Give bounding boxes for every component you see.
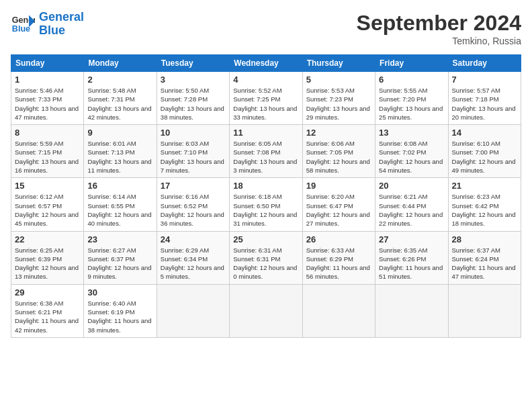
- cell-content: Sunrise: 6:35 AM Sunset: 6:26 PM Dayligh…: [379, 246, 444, 281]
- sunrise-text: Sunrise: 6:20 AM: [306, 193, 355, 200]
- calendar-cell: 10 Sunrise: 6:03 AM Sunset: 7:10 PM Dayl…: [157, 125, 229, 178]
- day-number: 25: [233, 234, 298, 244]
- day-number: 18: [233, 181, 298, 191]
- calendar-cell: 27 Sunrise: 6:35 AM Sunset: 6:26 PM Dayl…: [375, 231, 448, 284]
- daylight-text: Daylight: 13 hours and 16 minutes.: [15, 158, 79, 174]
- daylight-text: Daylight: 13 hours and 47 minutes.: [15, 105, 79, 121]
- sunrise-text: Sunrise: 6:27 AM: [87, 246, 136, 254]
- cell-content: Sunrise: 6:38 AM Sunset: 6:21 PM Dayligh…: [15, 299, 80, 334]
- calendar-cell: 29 Sunrise: 6:38 AM Sunset: 6:21 PM Dayl…: [11, 284, 84, 337]
- day-number: 11: [233, 128, 298, 138]
- cell-content: Sunrise: 6:31 AM Sunset: 6:31 PM Dayligh…: [233, 246, 298, 281]
- cell-content: Sunrise: 5:50 AM Sunset: 7:28 PM Dayligh…: [161, 86, 226, 122]
- cell-content: Sunrise: 5:52 AM Sunset: 7:25 PM Dayligh…: [233, 86, 298, 122]
- cell-content: Sunrise: 6:05 AM Sunset: 7:08 PM Dayligh…: [233, 139, 298, 175]
- cell-content: Sunrise: 5:48 AM Sunset: 7:31 PM Dayligh…: [87, 86, 152, 122]
- sunrise-text: Sunrise: 6:05 AM: [233, 140, 281, 147]
- calendar-cell: 16 Sunrise: 6:14 AM Sunset: 6:55 PM Dayl…: [84, 178, 157, 231]
- sunset-text: Sunset: 6:47 PM: [306, 202, 353, 210]
- day-number: 29: [15, 287, 80, 298]
- day-number: 15: [15, 181, 80, 191]
- sunset-text: Sunset: 7:10 PM: [161, 148, 208, 156]
- calendar-weekday-header: Sunday: [11, 55, 84, 72]
- daylight-text: Daylight: 13 hours and 7 minutes.: [161, 158, 224, 174]
- sunrise-text: Sunrise: 6:31 AM: [233, 246, 281, 254]
- cell-content: Sunrise: 6:01 AM Sunset: 7:13 PM Dayligh…: [87, 139, 152, 175]
- calendar-cell: 28 Sunrise: 6:37 AM Sunset: 6:24 PM Dayl…: [448, 231, 521, 284]
- daylight-text: Daylight: 12 hours and 49 minutes.: [452, 158, 516, 174]
- sunset-text: Sunset: 7:28 PM: [161, 95, 208, 103]
- sunset-text: Sunset: 6:29 PM: [306, 255, 353, 263]
- sunrise-text: Sunrise: 5:53 AM: [306, 87, 355, 94]
- month-title: September 2024: [357, 11, 521, 36]
- day-number: 26: [306, 234, 371, 244]
- cell-content: Sunrise: 5:59 AM Sunset: 7:15 PM Dayligh…: [15, 139, 80, 175]
- sunset-text: Sunset: 7:02 PM: [379, 148, 426, 156]
- calendar-cell: 30 Sunrise: 6:40 AM Sunset: 6:19 PM Dayl…: [84, 284, 157, 337]
- day-number: 13: [379, 128, 444, 138]
- sunrise-text: Sunrise: 6:10 AM: [452, 140, 500, 147]
- daylight-text: Daylight: 12 hours and 0 minutes.: [233, 264, 297, 280]
- cell-content: Sunrise: 6:33 AM Sunset: 6:29 PM Dayligh…: [306, 246, 371, 281]
- cell-content: Sunrise: 5:46 AM Sunset: 7:33 PM Dayligh…: [15, 86, 80, 122]
- sunset-text: Sunset: 7:31 PM: [87, 95, 134, 103]
- sunset-text: Sunset: 6:31 PM: [233, 255, 280, 263]
- cell-content: Sunrise: 6:14 AM Sunset: 6:55 PM Dayligh…: [87, 192, 152, 228]
- logo: General Blue GeneralBlue: [11, 11, 84, 38]
- calendar-cell: [448, 284, 521, 337]
- day-number: 24: [161, 234, 226, 244]
- calendar-cell: [375, 284, 448, 337]
- day-number: 8: [15, 128, 80, 138]
- sunset-text: Sunset: 6:52 PM: [161, 202, 208, 210]
- sunrise-text: Sunrise: 6:16 AM: [161, 193, 209, 200]
- sunrise-text: Sunrise: 5:55 AM: [379, 87, 427, 94]
- daylight-text: Daylight: 12 hours and 5 minutes.: [161, 264, 224, 280]
- calendar-cell: 24 Sunrise: 6:29 AM Sunset: 6:34 PM Dayl…: [157, 231, 229, 284]
- cell-content: Sunrise: 6:12 AM Sunset: 6:57 PM Dayligh…: [15, 192, 80, 228]
- calendar-weekday-header: Wednesday: [230, 55, 302, 72]
- cell-content: Sunrise: 6:27 AM Sunset: 6:37 PM Dayligh…: [87, 246, 152, 281]
- day-number: 2: [87, 75, 152, 85]
- calendar-cell: 17 Sunrise: 6:16 AM Sunset: 6:52 PM Dayl…: [157, 178, 229, 231]
- day-number: 10: [161, 128, 226, 138]
- sunset-text: Sunset: 6:34 PM: [161, 255, 208, 263]
- calendar-cell: [302, 284, 375, 337]
- calendar-header-row: SundayMondayTuesdayWednesdayThursdayFrid…: [11, 55, 521, 72]
- sunset-text: Sunset: 7:18 PM: [452, 95, 499, 103]
- daylight-text: Daylight: 12 hours and 45 minutes.: [15, 211, 79, 227]
- sunrise-text: Sunrise: 6:06 AM: [306, 140, 355, 147]
- day-number: 20: [379, 181, 444, 191]
- sunset-text: Sunset: 7:25 PM: [233, 95, 280, 103]
- day-number: 9: [87, 128, 152, 138]
- sunrise-text: Sunrise: 6:33 AM: [306, 246, 355, 254]
- title-block: September 2024 Temkino, Russia: [357, 11, 521, 46]
- calendar-cell: 21 Sunrise: 6:23 AM Sunset: 6:42 PM Dayl…: [448, 178, 521, 231]
- sunset-text: Sunset: 6:55 PM: [87, 202, 134, 210]
- calendar-week-row: 29 Sunrise: 6:38 AM Sunset: 6:21 PM Dayl…: [11, 284, 521, 337]
- calendar-cell: 26 Sunrise: 6:33 AM Sunset: 6:29 PM Dayl…: [302, 231, 375, 284]
- day-number: 16: [87, 181, 152, 191]
- daylight-text: Daylight: 13 hours and 33 minutes.: [233, 105, 297, 121]
- sunrise-text: Sunrise: 6:03 AM: [161, 140, 209, 147]
- logo-blue: Blue: [39, 24, 65, 37]
- sunrise-text: Sunrise: 6:01 AM: [87, 140, 136, 147]
- sunset-text: Sunset: 6:24 PM: [452, 255, 499, 263]
- calendar-table: SundayMondayTuesdayWednesdayThursdayFrid…: [11, 54, 521, 338]
- sunset-text: Sunset: 6:44 PM: [379, 202, 426, 210]
- cell-content: Sunrise: 5:57 AM Sunset: 7:18 PM Dayligh…: [452, 86, 517, 122]
- calendar-week-row: 22 Sunrise: 6:25 AM Sunset: 6:39 PM Dayl…: [11, 231, 521, 284]
- calendar-cell: 14 Sunrise: 6:10 AM Sunset: 7:00 PM Dayl…: [448, 125, 521, 178]
- calendar-cell: 20 Sunrise: 6:21 AM Sunset: 6:44 PM Dayl…: [375, 178, 448, 231]
- calendar-cell: 1 Sunrise: 5:46 AM Sunset: 7:33 PM Dayli…: [11, 72, 84, 125]
- cell-content: Sunrise: 6:10 AM Sunset: 7:00 PM Dayligh…: [452, 139, 517, 175]
- daylight-text: Daylight: 13 hours and 42 minutes.: [87, 105, 151, 121]
- sunset-text: Sunset: 6:19 PM: [87, 308, 134, 316]
- daylight-text: Daylight: 11 hours and 56 minutes.: [306, 264, 370, 280]
- calendar-weekday-header: Tuesday: [157, 55, 229, 72]
- sunset-text: Sunset: 7:33 PM: [15, 95, 62, 103]
- day-number: 5: [306, 75, 371, 85]
- daylight-text: Daylight: 12 hours and 27 minutes.: [306, 211, 370, 227]
- day-number: 4: [233, 75, 298, 85]
- sunrise-text: Sunrise: 5:46 AM: [15, 87, 63, 94]
- cell-content: Sunrise: 6:40 AM Sunset: 6:19 PM Dayligh…: [87, 299, 152, 334]
